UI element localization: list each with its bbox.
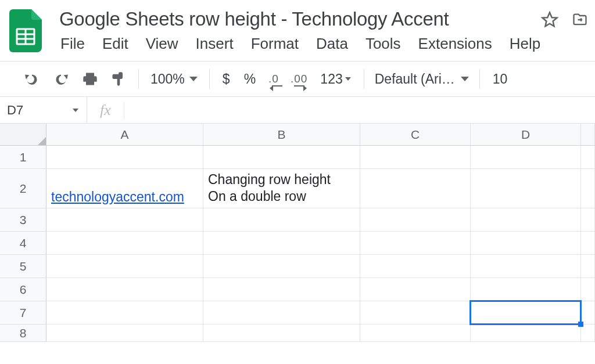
redo-button[interactable]: [46, 67, 76, 91]
cell-B2[interactable]: Changing row height On a double row: [203, 169, 360, 208]
cell-D1[interactable]: [471, 146, 581, 169]
name-box[interactable]: D7: [0, 97, 87, 123]
menu-tools[interactable]: Tools: [365, 35, 401, 53]
menu-file[interactable]: File: [60, 35, 85, 53]
cell-E6[interactable]: [581, 278, 595, 301]
cell-A7[interactable]: [46, 301, 203, 325]
col-header-D[interactable]: D: [471, 124, 581, 146]
number-format-button[interactable]: 123: [313, 67, 357, 91]
toolbar: 100% $ % .0 .00 123 Default (Ari… 10: [0, 61, 595, 97]
cell-D8[interactable]: [471, 325, 581, 342]
spreadsheet-grid: A B C D 1 2 technologyaccent.com Changin…: [0, 124, 595, 342]
cell-B3[interactable]: [203, 208, 360, 232]
cell-A5[interactable]: [46, 255, 203, 278]
cell-D4[interactable]: [471, 232, 581, 255]
cell-D7[interactable]: [471, 301, 581, 325]
cell-D6[interactable]: [471, 278, 581, 301]
cell-A2-link[interactable]: technologyaccent.com: [51, 189, 184, 206]
format-currency-button[interactable]: $: [216, 67, 237, 91]
cell-E2[interactable]: [581, 169, 595, 208]
cell-A1[interactable]: [46, 146, 203, 169]
menu-edit[interactable]: Edit: [102, 35, 128, 53]
cell-D5[interactable]: [471, 255, 581, 278]
cell-D2[interactable]: [471, 169, 581, 208]
cell-C2[interactable]: [360, 169, 471, 208]
menu-insert[interactable]: Insert: [196, 35, 234, 53]
zoom-select[interactable]: 100%: [145, 67, 203, 91]
print-button[interactable]: [76, 67, 105, 91]
row-header-5[interactable]: 5: [0, 255, 46, 278]
menu-help[interactable]: Help: [510, 35, 540, 53]
menu-format[interactable]: Format: [251, 35, 299, 53]
document-title[interactable]: Google Sheets row height - Technology Ac…: [59, 7, 540, 33]
menu-extensions[interactable]: Extensions: [418, 35, 492, 53]
caret-down-icon: [189, 77, 198, 81]
format-percent-button[interactable]: %: [237, 67, 263, 91]
svg-marker-4: [543, 13, 557, 27]
cell-A3[interactable]: [46, 208, 203, 232]
menu-bar: File Edit View Insert Format Data Tools …: [59, 33, 540, 61]
star-icon[interactable]: [540, 10, 559, 29]
fx-label: fx: [87, 102, 124, 119]
cell-E7[interactable]: [581, 301, 595, 325]
col-header-C[interactable]: C: [360, 124, 471, 146]
col-header-B[interactable]: B: [203, 124, 360, 146]
col-header-A[interactable]: A: [46, 124, 203, 146]
cell-B1[interactable]: [203, 146, 360, 169]
paint-format-button[interactable]: [105, 67, 132, 91]
font-size-value[interactable]: 10: [486, 67, 515, 91]
select-all-corner[interactable]: [0, 124, 46, 146]
row-header-8[interactable]: 8: [0, 325, 46, 342]
caret-down-icon: [461, 77, 469, 81]
cell-E3[interactable]: [581, 208, 595, 232]
cell-E4[interactable]: [581, 232, 595, 255]
menu-data[interactable]: Data: [316, 35, 348, 53]
cell-C1[interactable]: [360, 146, 471, 169]
name-box-value: D7: [7, 103, 23, 118]
cell-C3[interactable]: [360, 208, 471, 232]
cell-B5[interactable]: [203, 255, 360, 278]
cell-E1[interactable]: [581, 146, 595, 169]
cell-E5[interactable]: [581, 255, 595, 278]
cell-A4[interactable]: [46, 232, 203, 255]
cell-A6[interactable]: [46, 278, 203, 301]
row-header-2[interactable]: 2: [0, 169, 46, 208]
zoom-value: 100%: [150, 71, 185, 87]
cell-C6[interactable]: [360, 278, 471, 301]
row-header-4[interactable]: 4: [0, 232, 46, 255]
row-header-1[interactable]: 1: [0, 146, 46, 169]
row-header-6[interactable]: 6: [0, 278, 46, 301]
row-header-3[interactable]: 3: [0, 208, 46, 232]
move-to-folder-icon[interactable]: [571, 10, 589, 29]
cell-B4[interactable]: [203, 232, 360, 255]
cell-C4[interactable]: [360, 232, 471, 255]
increase-decimal-button[interactable]: .00: [285, 67, 313, 91]
cell-C8[interactable]: [360, 325, 471, 342]
caret-down-icon: [73, 109, 78, 112]
undo-button[interactable]: [17, 67, 46, 91]
cell-B6[interactable]: [203, 278, 360, 301]
sheets-logo[interactable]: [8, 7, 43, 55]
cell-C7[interactable]: [360, 301, 471, 325]
caret-down-icon: [345, 77, 351, 81]
cell-A8[interactable]: [46, 325, 203, 342]
cell-B7[interactable]: [203, 301, 360, 325]
cell-C5[interactable]: [360, 255, 471, 278]
formula-input[interactable]: [124, 97, 595, 123]
decrease-decimal-button[interactable]: .0: [263, 67, 285, 91]
row-header-7[interactable]: 7: [0, 301, 46, 325]
col-header-overflow: [581, 124, 595, 146]
menu-view[interactable]: View: [146, 35, 178, 53]
cell-E8[interactable]: [581, 325, 595, 342]
cell-D3[interactable]: [471, 208, 581, 232]
font-family-select[interactable]: Default (Ari…: [370, 67, 474, 91]
cell-A2[interactable]: technologyaccent.com: [46, 169, 203, 208]
cell-B8[interactable]: [203, 325, 360, 342]
